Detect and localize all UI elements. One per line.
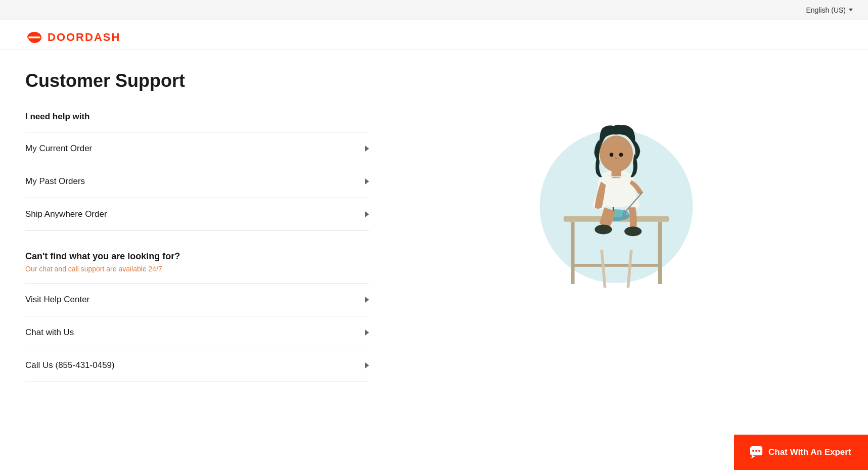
chevron-down-icon bbox=[849, 9, 853, 11]
chat-expert-button[interactable]: Chat With An Expert bbox=[734, 435, 868, 470]
svg-point-9 bbox=[595, 224, 612, 234]
chevron-right-icon bbox=[365, 211, 369, 217]
menu-item-label: Ship Anywhere Order bbox=[25, 209, 107, 219]
chevron-right-icon bbox=[365, 297, 369, 303]
svg-point-21 bbox=[758, 450, 760, 452]
svg-point-14 bbox=[599, 135, 632, 172]
svg-point-16 bbox=[609, 153, 613, 157]
page-title: Customer Support bbox=[25, 70, 369, 91]
left-panel: Customer Support I need help with My Cur… bbox=[25, 70, 369, 382]
language-selector[interactable]: English (US) bbox=[806, 6, 853, 14]
menu-item-label: My Past Orders bbox=[25, 176, 85, 186]
svg-point-10 bbox=[624, 226, 642, 236]
top-bar: English (US) bbox=[0, 0, 868, 20]
doordash-logo-icon bbox=[25, 30, 43, 44]
svg-point-19 bbox=[752, 450, 754, 452]
menu-item-past-orders[interactable]: My Past Orders bbox=[25, 165, 369, 198]
menu-item-current-order[interactable]: My Current Order bbox=[25, 132, 369, 165]
cant-find-subtitle: Our chat and call support are available … bbox=[25, 265, 369, 273]
main-content: Customer Support I need help with My Cur… bbox=[0, 50, 868, 402]
chat-expert-label: Chat With An Expert bbox=[768, 447, 851, 457]
menu-item-ship-anywhere[interactable]: Ship Anywhere Order bbox=[25, 198, 369, 231]
chevron-right-icon bbox=[365, 146, 369, 152]
menu-item-call-us[interactable]: Call Us (855-431-0459) bbox=[25, 349, 369, 382]
chevron-right-icon bbox=[365, 330, 369, 336]
svg-rect-2 bbox=[571, 222, 575, 284]
svg-rect-4 bbox=[571, 264, 662, 267]
chevron-right-icon bbox=[365, 178, 369, 184]
menu-item-label: Visit Help Center bbox=[25, 295, 89, 305]
main-menu-list: My Current Order My Past Orders Ship Any… bbox=[25, 132, 369, 231]
chat-bubble-icon bbox=[749, 445, 763, 459]
person-illustration bbox=[525, 101, 707, 303]
chevron-right-icon bbox=[365, 362, 369, 368]
cant-find-title: Can't find what you are looking for? bbox=[25, 251, 369, 262]
right-panel bbox=[389, 70, 843, 382]
menu-item-chat-us[interactable]: Chat with Us bbox=[25, 316, 369, 349]
svg-rect-3 bbox=[658, 222, 662, 284]
menu-item-label: Chat with Us bbox=[25, 327, 74, 338]
support-menu-list: Visit Help Center Chat with Us Call Us (… bbox=[25, 283, 369, 382]
header: DOORDASH bbox=[0, 20, 868, 50]
menu-item-label: Call Us (855-431-0459) bbox=[25, 360, 115, 370]
language-label: English (US) bbox=[806, 6, 846, 14]
cant-find-section: Can't find what you are looking for? Our… bbox=[25, 251, 369, 273]
svg-point-17 bbox=[619, 153, 623, 157]
svg-point-20 bbox=[755, 450, 757, 452]
logo-container[interactable]: DOORDASH bbox=[25, 30, 843, 44]
menu-item-label: My Current Order bbox=[25, 144, 92, 154]
chat-icon-wrapper bbox=[749, 445, 763, 459]
help-section-label: I need help with bbox=[25, 112, 369, 122]
menu-item-help-center[interactable]: Visit Help Center bbox=[25, 284, 369, 316]
logo-text: DOORDASH bbox=[48, 31, 120, 44]
